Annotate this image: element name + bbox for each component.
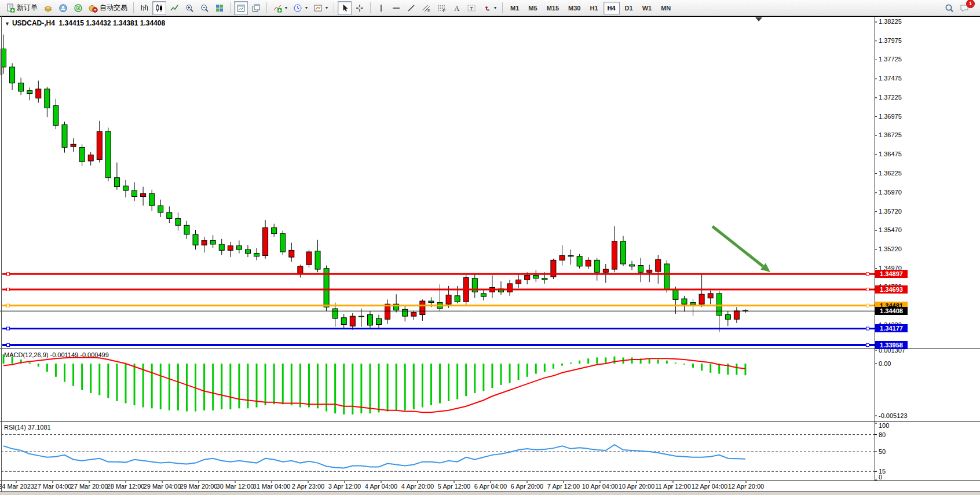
zoom-out-icon <box>200 3 209 13</box>
cascade-windows-button[interactable] <box>249 1 263 15</box>
time-axis-label: 27 Mar 20:00 <box>71 483 108 490</box>
toolbar-separator <box>334 2 334 13</box>
bar-chart-icon <box>140 3 149 13</box>
timeframe-m5-button[interactable]: M5 <box>524 2 541 14</box>
candle-chart-button[interactable] <box>152 1 166 15</box>
timeframe-m15-button[interactable]: M15 <box>543 2 563 14</box>
price-axis-label: 1.36225 <box>879 170 902 177</box>
tile-windows-button[interactable] <box>213 1 226 15</box>
line-chart-button[interactable] <box>167 1 181 15</box>
horizontal-line-button[interactable] <box>389 1 403 15</box>
rsi-layer <box>1 435 875 472</box>
level-line-1.34693[interactable] <box>2 288 875 291</box>
rsi-line <box>3 445 745 468</box>
text-button[interactable]: A <box>449 1 463 15</box>
text-label-icon: T <box>467 3 476 13</box>
time-axis-label: 6 Apr 04:00 <box>474 483 507 490</box>
sell-arrow-annotation[interactable] <box>712 226 770 272</box>
timeframe-w1-button[interactable]: W1 <box>638 2 656 14</box>
price-axis-label: 1.35470 <box>879 226 902 233</box>
price-level-badge: 1.34177 <box>875 324 908 332</box>
level-line-1.34897[interactable] <box>2 273 875 276</box>
price-axis-label: 1.35970 <box>879 189 902 196</box>
autotrade-button[interactable]: 自动交易 <box>86 1 130 15</box>
periods-button[interactable]: ▾ <box>291 1 310 15</box>
time-axis-label: 4 Apr 20:00 <box>401 483 434 490</box>
periods-icon <box>293 3 302 13</box>
new-order-button[interactable]: 新订单 <box>3 1 40 15</box>
zoom-in-button[interactable] <box>182 1 196 15</box>
time-axis-label: 11 Apr 12:00 <box>655 483 691 490</box>
time-axis-label: 4 Apr 04:00 <box>365 483 397 490</box>
macd-axis-label: 0.00 <box>879 360 891 367</box>
chart-title: ▼USDCAD-,H4 1.34415 1.34432 1.34381 1.34… <box>5 19 165 27</box>
candles-layer <box>1 35 748 332</box>
rsi-axis-label: 80 <box>879 431 886 438</box>
time-axis-label: 5 Apr 12:00 <box>438 483 470 490</box>
timeframe-m30-button[interactable]: M30 <box>564 2 584 14</box>
profiles-icon <box>58 3 68 13</box>
price-axis-label: 1.37475 <box>879 75 902 82</box>
add-indicator-button[interactable]: ▾ <box>270 1 290 15</box>
crosshair-button[interactable] <box>353 1 367 15</box>
trendline-icon <box>407 3 416 13</box>
price-axis-label: 1.36725 <box>879 131 902 138</box>
chart-menu-triangle-icon[interactable]: ▼ <box>5 21 10 27</box>
arrows-button[interactable]: ▾ <box>480 1 499 15</box>
zoom-out-button[interactable] <box>198 1 211 15</box>
chart-symbol: USDCAD-,H4 <box>12 19 55 27</box>
time-axis-label: 10 Apr 20:00 <box>619 483 654 490</box>
chart-shift-marker-icon[interactable] <box>755 17 762 21</box>
arrows-icon <box>482 3 491 13</box>
level-line-1.33958[interactable] <box>2 344 875 347</box>
macd-label: MACD(12,26,9) -0.001149 -0.000499 <box>4 351 109 358</box>
timeframe-m1-button[interactable]: M1 <box>506 2 523 14</box>
price-axis-label: 1.35720 <box>879 208 902 215</box>
trendline-button[interactable] <box>404 1 418 15</box>
profiles-button[interactable] <box>56 1 70 15</box>
rsi-axis-label: 100 <box>879 422 889 429</box>
notifications-button[interactable]: 1 <box>957 1 971 15</box>
timeframe-mn-button[interactable]: MN <box>657 2 675 14</box>
arrange-windows-button[interactable] <box>234 1 248 15</box>
bar-chart-button[interactable] <box>137 1 151 15</box>
text-label-button[interactable]: T <box>465 1 478 15</box>
fibonacci-icon: F <box>437 3 446 13</box>
dropdown-arrow-icon: ▾ <box>326 5 328 10</box>
zoom-in-icon <box>185 3 194 13</box>
dropdown-arrow-icon: ▾ <box>494 5 496 10</box>
toolbar-separator <box>133 2 134 13</box>
macd-axis-label: -0.005123 <box>879 412 908 419</box>
price-axis-label: 1.36475 <box>879 151 902 157</box>
notification-count-badge: 1 <box>966 0 975 8</box>
fibonacci-button[interactable]: F <box>434 1 448 15</box>
time-axis-label: 3 Apr 12:00 <box>328 483 361 490</box>
templates-button[interactable]: ▾ <box>311 1 330 15</box>
radar-button[interactable] <box>71 1 85 15</box>
search-button[interactable] <box>942 1 956 15</box>
price-axis-label: 1.35220 <box>879 245 902 252</box>
channel-button[interactable]: E <box>419 1 433 15</box>
vertical-line-button[interactable] <box>374 1 388 15</box>
vertical-line-icon <box>376 3 386 13</box>
templates-icon <box>313 3 323 13</box>
window-bottom-edge <box>0 492 980 495</box>
cursor-button[interactable] <box>338 1 352 15</box>
timeframe-d1-button[interactable]: D1 <box>621 2 637 14</box>
time-axis-label: 2 Apr 23:00 <box>292 483 324 490</box>
time-axis-label: 29 Mar 20:00 <box>180 483 218 490</box>
level-line-1.34177[interactable] <box>2 327 875 330</box>
mt4-window: 新订单自动交易▾▾▾EFAT▾M1M5M15M30H1H4D1W1MN1 ▼US… <box>0 0 980 495</box>
chart-canvas[interactable] <box>0 0 980 495</box>
toolbar-separator <box>502 2 503 13</box>
time-axis-label: 31 Mar 04:00 <box>253 483 291 490</box>
time-axis-label: 6 Apr 20:00 <box>511 483 543 490</box>
line-chart-icon <box>170 3 179 13</box>
time-axis-label: 27 Mar 04:00 <box>34 483 72 490</box>
files-button[interactable] <box>41 1 55 15</box>
price-axis-label: 1.36975 <box>879 113 902 120</box>
frame-layer <box>0 16 980 492</box>
timeframe-h1-button[interactable]: H1 <box>586 2 602 14</box>
cascade-windows-icon <box>251 3 261 13</box>
timeframe-h4-button[interactable]: H4 <box>604 2 620 14</box>
